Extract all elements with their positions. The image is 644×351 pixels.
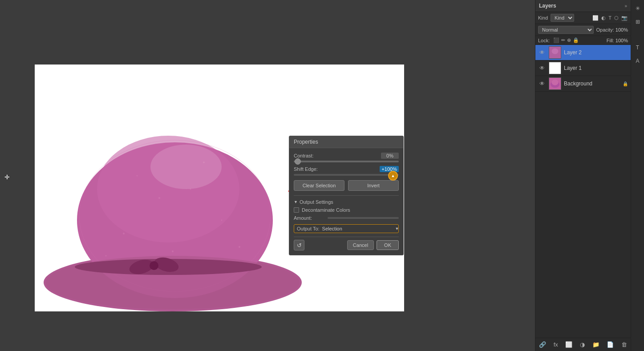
svg-point-12 bbox=[123, 233, 125, 234]
properties-footer: ↺ Cancel OK bbox=[294, 237, 399, 250]
svg-point-9 bbox=[150, 261, 158, 270]
fill-label: Fill: bbox=[607, 38, 614, 43]
contrast-value: 0% bbox=[381, 153, 399, 159]
selection-buttons: Clear Selection Invert bbox=[294, 180, 399, 191]
decontaminate-label: Decontaminate Colors bbox=[302, 207, 350, 213]
background-lock-icon: 🔒 bbox=[623, 81, 628, 86]
layer1-thumbnail bbox=[549, 62, 561, 74]
layers-panel: Layers » Kind Kind ⬜ ◐ T ⬡ 📷 Normal Diss… bbox=[535, 0, 631, 351]
svg-point-23 bbox=[552, 48, 559, 54]
layer-mask-icon[interactable]: ⬜ bbox=[564, 340, 573, 349]
background-thumbnail bbox=[549, 77, 561, 90]
layer-delete-icon[interactable]: 🗑 bbox=[620, 340, 628, 349]
background-name: Background bbox=[564, 81, 623, 87]
layer-item-layer2[interactable]: 👁 Layer 2 bbox=[535, 45, 631, 61]
output-to-select[interactable]: Selection Layer Mask New Layer New Layer… bbox=[322, 226, 393, 231]
kind-select[interactable]: Kind bbox=[551, 14, 574, 22]
output-settings-header[interactable]: ▼ Output Settings bbox=[294, 199, 399, 205]
svg-point-19 bbox=[150, 145, 222, 189]
amount-row: Amount: bbox=[294, 215, 399, 221]
blend-mode-select[interactable]: Normal Dissolve Multiply Screen bbox=[538, 26, 594, 34]
lock-pixels-icon[interactable]: ⬛ bbox=[553, 37, 559, 43]
blend-mode-row: Normal Dissolve Multiply Screen Opacity:… bbox=[535, 24, 631, 36]
type-filter-icon[interactable]: T bbox=[608, 15, 612, 21]
output-dropdown-icon: ▼ bbox=[395, 226, 399, 231]
smart-filter-icon[interactable]: 📷 bbox=[621, 15, 628, 21]
cancel-button[interactable]: Cancel bbox=[347, 240, 374, 250]
pixel-filter-icon[interactable]: ⬜ bbox=[592, 15, 599, 21]
svg-point-13 bbox=[221, 220, 223, 221]
layer1-name: Layer 1 bbox=[564, 65, 628, 71]
output-settings-arrow: ▼ bbox=[294, 200, 298, 204]
layer-fx-icon[interactable]: fx bbox=[553, 340, 559, 349]
svg-point-15 bbox=[105, 255, 107, 257]
svg-point-10 bbox=[158, 197, 160, 199]
layer2-visibility[interactable]: 👁 bbox=[538, 48, 546, 56]
adjustment-filter-icon[interactable]: ◐ bbox=[601, 15, 606, 21]
properties-header: Properties bbox=[289, 136, 403, 148]
layer-new-icon[interactable]: 📄 bbox=[606, 340, 615, 349]
layer-link-icon[interactable]: 🔗 bbox=[538, 340, 547, 349]
lock-row: Lock: ⬛ ✏ ⊕ 🔒 Fill: 100% bbox=[535, 36, 631, 45]
shift-edge-row: Shift Edge: +100% bbox=[294, 166, 399, 172]
layers-panel-title: Layers bbox=[539, 3, 556, 9]
properties-title: Properties bbox=[294, 139, 318, 145]
shift-edge-slider-thumb[interactable] bbox=[388, 171, 398, 181]
type-tool-icon[interactable]: T bbox=[633, 43, 643, 52]
far-right-toolbar: ✳ ⊞ T A bbox=[631, 0, 644, 351]
layer-item-layer1[interactable]: 👁 Layer 1 bbox=[535, 61, 631, 76]
layer-item-background[interactable]: 👁 Background 🔒 bbox=[535, 76, 631, 92]
cursor-indicator: ✛ bbox=[4, 173, 10, 181]
shift-edge-label: Shift Edge: bbox=[294, 166, 318, 172]
ok-button[interactable]: OK bbox=[377, 240, 399, 250]
layer-adjustment-icon[interactable]: ◑ bbox=[579, 340, 586, 349]
zoom-icon[interactable]: ⊞ bbox=[633, 17, 643, 27]
layers-spacer bbox=[535, 92, 631, 338]
output-settings-label: Output Settings bbox=[300, 199, 333, 205]
shape-filter-icon[interactable]: ⬡ bbox=[614, 15, 619, 21]
fill-value[interactable]: 100% bbox=[616, 38, 628, 43]
contrast-slider[interactable] bbox=[294, 161, 399, 162]
contrast-label: Contrast: bbox=[294, 153, 314, 158]
output-to-row[interactable]: Output To: Selection Layer Mask New Laye… bbox=[294, 224, 399, 233]
layers-panel-header: Layers » bbox=[535, 0, 631, 12]
svg-point-14 bbox=[172, 250, 174, 252]
decontaminate-checkbox[interactable] bbox=[294, 207, 299, 213]
svg-point-26 bbox=[552, 80, 559, 85]
layer2-thumbnail bbox=[549, 46, 561, 59]
contrast-row: Contrast: 0% bbox=[294, 153, 399, 159]
lock-position-icon[interactable]: ✏ bbox=[561, 37, 565, 43]
character-icon[interactable]: A bbox=[633, 56, 643, 66]
rotate-icon[interactable]: ✳ bbox=[633, 4, 643, 13]
kind-label: Kind bbox=[538, 15, 548, 20]
layers-kind-toolbar: Kind Kind ⬜ ◐ T ⬡ 📷 bbox=[535, 12, 631, 24]
svg-point-16 bbox=[239, 246, 240, 248]
properties-panel: Properties Contrast: 0% Shift Edge: +100… bbox=[289, 136, 404, 255]
svg-point-17 bbox=[137, 175, 138, 177]
opacity-value[interactable]: 100% bbox=[616, 27, 628, 32]
invert-button[interactable]: Invert bbox=[348, 180, 399, 191]
amount-slider[interactable] bbox=[328, 217, 399, 219]
output-to-label: Output To: bbox=[297, 226, 320, 231]
background-visibility[interactable]: 👁 bbox=[538, 80, 546, 88]
lock-artboards-icon[interactable]: ⊕ bbox=[567, 37, 571, 43]
clear-selection-button[interactable]: Clear Selection bbox=[294, 180, 344, 191]
opacity-label: Opacity: bbox=[596, 27, 614, 32]
reset-button[interactable]: ↺ bbox=[294, 240, 304, 250]
layers-panel-expand[interactable]: » bbox=[624, 4, 627, 8]
decontaminate-row: Decontaminate Colors bbox=[294, 207, 399, 213]
layer-group-icon[interactable]: 📁 bbox=[591, 340, 600, 349]
lock-all-icon[interactable]: 🔒 bbox=[573, 37, 579, 43]
layer1-visibility[interactable]: 👁 bbox=[538, 64, 546, 72]
lock-label: Lock: bbox=[538, 38, 550, 43]
layers-bottom-toolbar: 🔗 fx ⬜ ◑ 📁 📄 🗑 bbox=[535, 338, 631, 351]
layer2-name: Layer 2 bbox=[564, 49, 628, 56]
amount-label: Amount: bbox=[294, 215, 312, 221]
